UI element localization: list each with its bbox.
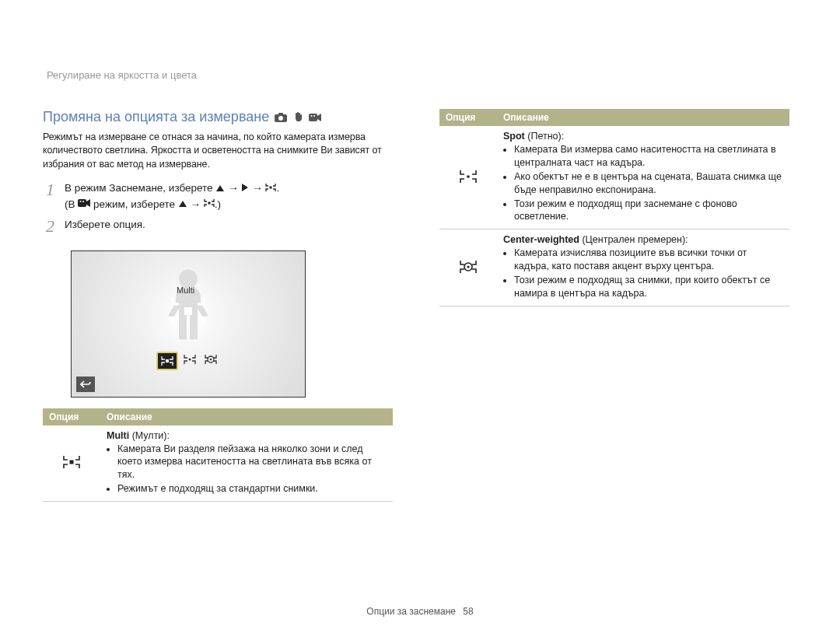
- left-column: Промяна на опцията за измерване Режимът …: [43, 62, 393, 502]
- figure-back-icon: [76, 377, 95, 392]
- list-item: Камерата Ви разделя пейзажа на няколко з…: [117, 443, 387, 482]
- list-item: Ако обектът не е в центъра на сцената, В…: [514, 170, 783, 197]
- figure-opt-multi-icon: [156, 352, 178, 370]
- intro-text: Режимът на измерване се отнася за начина…: [43, 131, 393, 172]
- label: (Мулти):: [129, 430, 170, 441]
- th-option: Опция: [439, 109, 497, 126]
- page-footer: Опции за заснемане 58: [0, 606, 840, 617]
- step-number-2: 2: [46, 217, 65, 236]
- svg-point-4: [311, 115, 313, 117]
- step-1: 1 В режим Заснемане, изберете → → . (В р…: [46, 180, 393, 212]
- svg-rect-6: [270, 186, 272, 188]
- label: (Петно):: [525, 131, 564, 142]
- spot-meter-icon: [439, 126, 497, 229]
- video-mode-icon: [78, 197, 90, 212]
- right-triangle-icon: [241, 181, 249, 197]
- step-2: 2 Изберете опция.: [46, 217, 393, 236]
- table-row: Center-weighted (Централен премерен): Ка…: [439, 229, 789, 306]
- step1-text-b: (В: [65, 198, 75, 210]
- svg-rect-10: [208, 202, 210, 205]
- figure-opt-spot-icon: [180, 352, 199, 367]
- video-mode-icon: [309, 113, 321, 122]
- table-row: Spot (Петно): Камерата Ви измерва само н…: [439, 126, 789, 229]
- svg-point-18: [467, 175, 470, 178]
- up-triangle-icon: [215, 181, 225, 197]
- multi-meter-icon: [204, 197, 215, 212]
- step-number-1: 1: [46, 180, 65, 212]
- page-number: 58: [463, 606, 473, 617]
- list-item: Режимът е подходящ за стандартни снимки.: [117, 482, 387, 496]
- svg-rect-3: [309, 114, 317, 121]
- svg-point-14: [189, 358, 191, 360]
- row-center-desc: Center-weighted (Централен премерен): Ка…: [497, 229, 789, 306]
- list-item: Камерата Ви измерва само наситеността на…: [514, 143, 783, 170]
- svg-rect-13: [166, 359, 169, 363]
- step-1-body: В режим Заснемане, изберете → → . (В реж…: [65, 180, 279, 212]
- figure-opt-center-icon: [201, 352, 220, 367]
- table-row: Multi (Мулти): Камерата Ви разделя пейза…: [43, 426, 393, 502]
- step1-text-c: режим, изберете: [93, 198, 175, 210]
- right-column: Опция Описание Spot (Петно): Камерата Ви…: [439, 62, 789, 502]
- multi-meter-icon: [265, 181, 276, 197]
- row-spot-desc: Spot (Петно): Камерата Ви измерва само н…: [497, 126, 789, 229]
- hand-mode-icon: [292, 111, 303, 122]
- screenshot-figure: Multi: [71, 250, 306, 398]
- step-2-body: Изберете опция.: [65, 217, 145, 236]
- options-table-left: Опция Описание Multi (Мулти): Камерата В…: [43, 408, 393, 503]
- svg-point-8: [80, 201, 82, 202]
- options-table-right: Опция Описание Spot (Петно): Камерата Ви…: [439, 109, 789, 306]
- list-item: Този режим е подходящ за снимки, при кои…: [514, 274, 783, 300]
- figure-label-multi: Multi: [177, 285, 194, 295]
- svg-point-16: [210, 358, 212, 360]
- th-option: Опция: [43, 408, 100, 426]
- figure-option-row: [156, 352, 220, 370]
- svg-rect-7: [78, 199, 86, 207]
- mode-icons: [273, 110, 321, 126]
- svg-point-2: [278, 116, 283, 121]
- th-description: Описание: [497, 109, 789, 126]
- camera-mode-icon: [275, 113, 287, 122]
- label: (Централен премерен):: [579, 234, 688, 245]
- up-triangle-icon: [178, 197, 187, 212]
- svg-rect-1: [278, 113, 283, 115]
- label: Multi: [107, 430, 129, 441]
- list-item: Този режим е подходящ при заснемане с фо…: [514, 198, 783, 224]
- svg-point-20: [467, 265, 469, 268]
- step1-text-a: В режим Заснемане, изберете: [65, 182, 213, 194]
- svg-rect-17: [70, 460, 74, 464]
- page-heading: Промяна на опцията за измерване: [43, 109, 393, 126]
- heading-text: Промяна на опцията за измерване: [43, 109, 269, 124]
- center-weighted-icon: [439, 229, 497, 306]
- svg-point-5: [313, 115, 315, 117]
- list-item: Камерата изчислява позициите във всички …: [514, 247, 783, 273]
- svg-point-9: [82, 201, 84, 202]
- footer-label: Опции за заснемане: [366, 606, 456, 617]
- label: Spot: [503, 131, 525, 142]
- section-header: Регулиране на яркостта и цвета: [47, 69, 197, 81]
- th-description: Описание: [100, 408, 393, 426]
- svg-rect-12: [184, 307, 192, 315]
- row-multi-desc: Multi (Мулти): Камерата Ви разделя пейза…: [100, 426, 393, 502]
- figure-center-bracket-icon: [171, 296, 205, 328]
- label: Center-weighted: [503, 234, 579, 245]
- multi-meter-icon: [43, 426, 100, 502]
